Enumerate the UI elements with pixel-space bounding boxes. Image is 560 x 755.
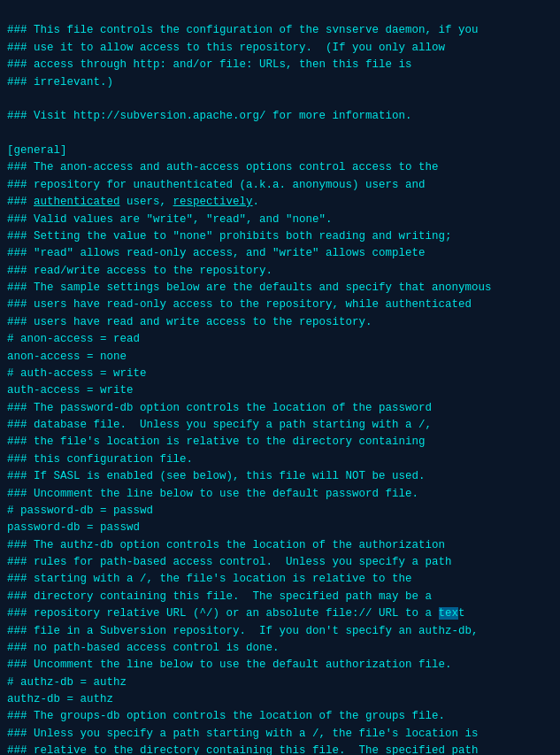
line-6: ### Visit http://subversion.apache.org/ … <box>7 110 412 122</box>
code-block: ### This file controls the configuration… <box>7 5 553 755</box>
line-42: ### Unless you specify a path starting w… <box>7 728 479 740</box>
line-29: # password-db = passwd <box>7 505 153 517</box>
line-35: ### repository relative URL (^/) or an a… <box>7 607 465 620</box>
line-32: ### rules for path-based access control.… <box>7 556 452 568</box>
line-1: ### This file controls the configuration… <box>7 24 479 36</box>
line-4: ### irrelevant.) <box>7 76 113 89</box>
line-18: ### users have read and write access to … <box>7 316 372 328</box>
line-2: ### use it to allow access to this repos… <box>7 42 445 54</box>
line-16: ### The sample settings below are the de… <box>7 281 492 294</box>
line-25: ### the file's location is relative to t… <box>7 435 426 448</box>
line-27: ### If SASL is enabled (see below), this… <box>7 470 426 482</box>
highlight-tex-1: tex <box>439 607 459 620</box>
line-3: ### access through http: and/or file: UR… <box>7 58 412 71</box>
line-24: ### database file. Unless you specify a … <box>7 419 432 431</box>
line-41: ### The groups-db option controls the lo… <box>7 710 445 722</box>
line-19: # anon-access = read <box>7 333 140 345</box>
line-15: ### read/write access to the repository. <box>7 265 272 277</box>
line-22: auth-access = write <box>7 384 134 397</box>
editor-container: ### This file controls the configuration… <box>7 5 553 755</box>
line-31: ### The authz-db option controls the loc… <box>7 539 445 551</box>
line-38: ### Uncomment the line below to use the … <box>7 659 452 671</box>
line-43: ### relative to the directory containing… <box>7 744 479 755</box>
line-10: ### repository for unauthenticated (a.k.… <box>7 179 426 191</box>
line-20: anon-access = none <box>7 351 127 363</box>
line-17: ### users have read-only access to the r… <box>7 298 472 311</box>
line-36: ### file in a Subversion repository. If … <box>7 625 479 637</box>
line-21: # auth-access = write <box>7 367 147 380</box>
line-39: # authz-db = authz <box>7 676 127 689</box>
line-37: ### no path-based access control is done… <box>7 642 280 654</box>
line-33: ### starting with a /, the file's locati… <box>7 573 412 585</box>
line-14: ### "read" allows read-only access, and … <box>7 247 426 259</box>
line-28: ### Uncomment the line below to use the … <box>7 488 418 500</box>
line-40: authz-db = authz <box>7 693 113 705</box>
line-8: [general] <box>7 144 67 157</box>
line-13: ### Setting the value to "none" prohibit… <box>7 230 452 243</box>
line-11: ### authenticated users, respectively. <box>7 196 259 208</box>
line-26: ### this configuration file. <box>7 453 193 466</box>
line-30: password-db = passwd <box>7 521 140 534</box>
line-12: ### Valid values are "write", "read", an… <box>7 213 333 226</box>
line-34: ### directory containing this file. The … <box>7 590 432 603</box>
line-9: ### The anon-access and auth-access opti… <box>7 161 439 173</box>
line-23: ### The password-db option controls the … <box>7 402 432 414</box>
